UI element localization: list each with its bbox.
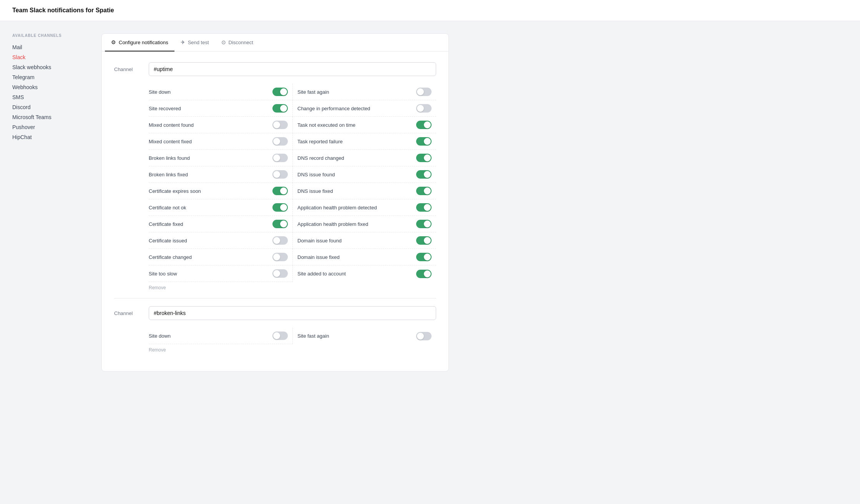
- toggle-switch-site-added-to-account[interactable]: [416, 270, 432, 278]
- toggle-row-certificate-not-ok: Certificate not ok: [149, 199, 292, 216]
- tab-disconnect[interactable]: ⊙Disconnect: [215, 34, 259, 51]
- toggle-label-mixed-content-fixed: Mixed content fixed: [149, 139, 272, 144]
- toggle-track-certificate-not-ok: [272, 203, 288, 212]
- toggle-track-certificate-fixed: [272, 220, 288, 228]
- toggle-label-site-recovered: Site recovered: [149, 106, 272, 111]
- toggle-thumb-site-too-slow: [273, 270, 280, 277]
- toggle-track-task-not-executed: [416, 121, 432, 129]
- toggle-switch-certificate-not-ok[interactable]: [272, 203, 288, 212]
- toggle-row-certificate-issued: Certificate issued: [149, 232, 292, 249]
- sidebar-nav: MailSlackSlack webhooksTelegramWebhooksS…: [12, 42, 89, 142]
- toggle-switch-broken-links-found[interactable]: [272, 154, 288, 162]
- tab-send-test[interactable]: ✈Send test: [174, 34, 215, 51]
- toggle-track-app-health-problem-detected: [416, 203, 432, 212]
- toggle-switch-broken-links-fixed[interactable]: [272, 170, 288, 179]
- toggle-row-site-recovered: Site recovered: [149, 100, 292, 117]
- toggle-thumb-domain-issue-found: [424, 237, 431, 244]
- remove-channel-broken-links[interactable]: Remove: [149, 347, 436, 353]
- sidebar-item-discord[interactable]: Discord: [12, 102, 89, 112]
- tab-configure-icon: ⚙: [111, 39, 116, 45]
- toggle-switch-site-fast-again-2[interactable]: [416, 332, 432, 340]
- toggle-thumb-app-health-problem-fixed: [424, 220, 431, 227]
- channel-row-broken-links: Channel: [114, 306, 436, 320]
- toggle-label-site-added-to-account: Site added to account: [297, 271, 416, 277]
- content-area: Available Channels MailSlackSlack webhoo…: [0, 21, 461, 384]
- toggle-track-dns-record-changed: [416, 154, 432, 162]
- toggle-track-broken-links-found: [272, 154, 288, 162]
- toggle-switch-app-health-problem-fixed[interactable]: [416, 220, 432, 228]
- page-title: Team Slack notifications for Spatie: [12, 7, 848, 14]
- remove-channel-uptime[interactable]: Remove: [149, 285, 436, 290]
- toggle-thumb-certificate-expires-soon: [280, 187, 287, 194]
- toggle-switch-mixed-content-fixed[interactable]: [272, 137, 288, 146]
- toggle-label-certificate-issued: Certificate issued: [149, 238, 272, 244]
- sidebar-item-hipchat[interactable]: HipChat: [12, 132, 89, 142]
- toggle-switch-task-reported-failure[interactable]: [416, 137, 432, 146]
- channel-input-broken-links[interactable]: [149, 306, 436, 320]
- page-wrapper: Team Slack notifications for Spatie Avai…: [0, 0, 860, 504]
- toggle-thumb-dns-issue-found: [424, 171, 431, 178]
- toggle-label-dns-record-changed: DNS record changed: [297, 155, 416, 161]
- toggle-label-dns-issue-found: DNS issue found: [297, 172, 416, 177]
- toggle-switch-dns-issue-found[interactable]: [416, 170, 432, 179]
- toggle-switch-certificate-issued[interactable]: [272, 236, 288, 245]
- sidebar-item-pushover[interactable]: Pushover: [12, 122, 89, 132]
- channel-divider: [114, 298, 436, 298]
- tabs-bar: ⚙Configure notifications✈Send test⊙Disco…: [102, 34, 448, 51]
- toggle-thumb-broken-links-found: [273, 154, 280, 161]
- toggle-label-domain-issue-fixed: Domain issue fixed: [297, 254, 416, 260]
- toggle-track-mixed-content-found: [272, 121, 288, 129]
- sidebar-item-telegram[interactable]: Telegram: [12, 72, 89, 82]
- toggle-switch-domain-issue-fixed[interactable]: [416, 253, 432, 261]
- toggle-switch-certificate-changed[interactable]: [272, 253, 288, 261]
- toggle-switch-mixed-content-found[interactable]: [272, 121, 288, 129]
- toggle-track-broken-links-fixed: [272, 170, 288, 179]
- toggle-label-domain-issue-found: Domain issue found: [297, 238, 416, 244]
- toggle-switch-site-recovered[interactable]: [272, 104, 288, 113]
- toggle-label-certificate-changed: Certificate changed: [149, 254, 272, 260]
- toggle-track-change-in-performance: [416, 104, 432, 113]
- toggle-switch-site-too-slow[interactable]: [272, 269, 288, 278]
- toggle-label-certificate-expires-soon: Certificate expires soon: [149, 188, 272, 194]
- sidebar-item-slack-webhooks[interactable]: Slack webhooks: [12, 62, 89, 72]
- toggle-thumb-task-not-executed: [424, 121, 431, 128]
- toggle-switch-dns-issue-fixed[interactable]: [416, 187, 432, 195]
- toggle-track-dns-issue-found: [416, 170, 432, 179]
- toggle-row-certificate-fixed: Certificate fixed: [149, 216, 292, 232]
- toggle-thumb-broken-links-fixed: [273, 171, 280, 178]
- toggle-switch-site-fast-again[interactable]: [416, 88, 432, 96]
- toggle-switch-app-health-problem-detected[interactable]: [416, 203, 432, 212]
- toggle-switch-dns-record-changed[interactable]: [416, 154, 432, 162]
- toggle-track-site-fast-again-2: [416, 332, 432, 340]
- channel-section-uptime: ChannelSite downSite fast againSite reco…: [114, 62, 436, 290]
- toggle-label-mixed-content-found: Mixed content found: [149, 122, 272, 128]
- channel-label-uptime: Channel: [114, 66, 149, 72]
- toggle-switch-task-not-executed[interactable]: [416, 121, 432, 129]
- toggle-label-site-fast-again: Site fast again: [297, 89, 416, 95]
- toggle-switch-certificate-expires-soon[interactable]: [272, 187, 288, 195]
- sidebar-item-webhooks[interactable]: Webhooks: [12, 82, 89, 92]
- toggle-switch-domain-issue-found[interactable]: [416, 236, 432, 245]
- tab-configure[interactable]: ⚙Configure notifications: [105, 34, 174, 51]
- toggle-switch-site-down-2[interactable]: [272, 332, 288, 340]
- toggle-thumb-site-fast-again: [417, 88, 424, 95]
- toggle-switch-certificate-fixed[interactable]: [272, 220, 288, 228]
- sidebar-item-sms[interactable]: SMS: [12, 92, 89, 102]
- tab-configure-label: Configure notifications: [119, 40, 168, 45]
- toggle-track-certificate-changed: [272, 253, 288, 261]
- sidebar-item-mail[interactable]: Mail: [12, 42, 89, 52]
- toggle-label-certificate-fixed: Certificate fixed: [149, 221, 272, 227]
- sidebar-item-slack[interactable]: Slack: [12, 52, 89, 62]
- toggle-switch-site-down[interactable]: [272, 88, 288, 96]
- toggle-thumb-certificate-changed: [273, 254, 280, 260]
- sidebar-item-microsoft-teams[interactable]: Microsoft Teams: [12, 112, 89, 122]
- toggle-track-app-health-problem-fixed: [416, 220, 432, 228]
- toggle-thumb-mixed-content-found: [273, 121, 280, 128]
- toggle-thumb-site-added-to-account: [424, 270, 431, 277]
- sidebar-section-label: Available Channels: [12, 33, 89, 38]
- toggle-thumb-task-reported-failure: [424, 138, 431, 145]
- toggle-track-task-reported-failure: [416, 137, 432, 146]
- toggle-switch-change-in-performance[interactable]: [416, 104, 432, 113]
- toggle-row-dns-issue-fixed: DNS issue fixed: [292, 183, 436, 199]
- channel-input-uptime[interactable]: [149, 62, 436, 76]
